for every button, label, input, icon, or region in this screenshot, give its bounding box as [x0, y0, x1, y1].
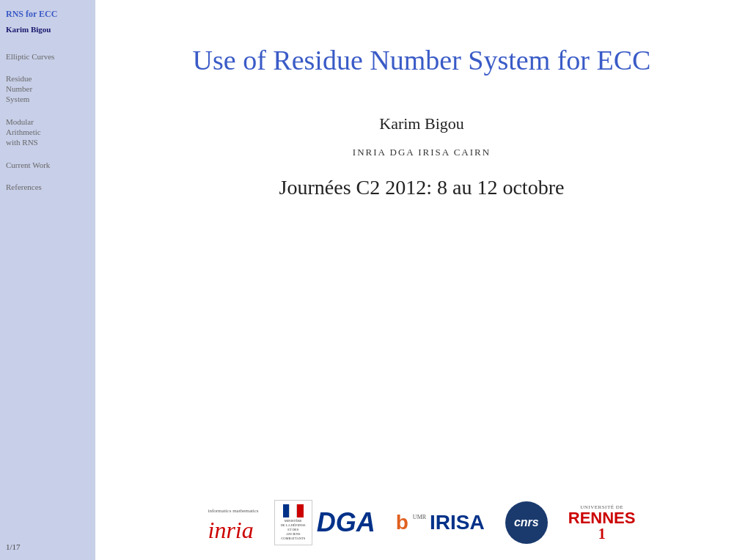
flag-white [289, 504, 297, 517]
irisa-b-icon: b [396, 511, 408, 534]
logo-ministry: MINISTÈREDE LA DÉFENSEET DESANCIENS COMB… [274, 500, 312, 545]
logo-inria: informatics mathematics inria [208, 509, 254, 537]
page-number: 1/17 [6, 542, 21, 551]
rennes-number: 1 [598, 526, 606, 541]
sidebar-item-references[interactable]: References [6, 182, 89, 192]
logo-cnrs: cnrs [505, 501, 548, 544]
affiliation: INRIA DGA IRISA CAIRN [353, 147, 491, 158]
rennes-label: RENNES [568, 510, 636, 526]
logo-dga-group: MINISTÈREDE LA DÉFENSEET DESANCIENS COMB… [274, 500, 375, 545]
cnrs-text: cnrs [514, 516, 539, 529]
sidebar-title[interactable]: RNS for ECC [6, 9, 89, 21]
dga-text: DGA [317, 507, 375, 538]
logo-irisa: b UMR IRISA [396, 511, 485, 534]
logos-row: informatics mathematics inria MINISTÈRED… [139, 500, 704, 545]
flag-blue [283, 504, 290, 517]
sidebar-item-residue-number-system[interactable]: ResidueNumberSystem [6, 73, 89, 105]
main-content: Use of Residue Number System for ECC Kar… [95, 0, 748, 560]
author-name: Karim Bigou [379, 114, 464, 133]
sidebar-author: Karim Bigou [6, 25, 89, 34]
slide-title: Use of Residue Number System for ECC [193, 44, 651, 78]
sidebar-item-current-work[interactable]: Current Work [6, 160, 89, 170]
sidebar-nav: Elliptic Curves ResidueNumberSystem Modu… [6, 51, 89, 551]
flag-red [297, 504, 304, 517]
event: Journées C2 2012: 8 au 12 octobre [279, 176, 565, 199]
irisa-label: IRISA [430, 511, 485, 534]
sidebar-item-modular-arithmetic[interactable]: ModularArithmeticwith RNS [6, 117, 89, 148]
ministry-flag [283, 504, 304, 517]
sidebar-item-elliptic-curves[interactable]: Elliptic Curves [6, 51, 89, 62]
inria-logo-text: informatics mathematics inria [208, 509, 254, 537]
cnrs-circle: cnrs [505, 501, 548, 544]
sidebar: RNS for ECC Karim Bigou Elliptic Curves … [0, 0, 95, 560]
logo-rennes: UNIVERSITÉ DE RENNES 1 [568, 504, 636, 541]
irisa-umr: UMR [413, 514, 426, 520]
ministry-text: MINISTÈREDE LA DÉFENSEET DESANCIENS COMB… [276, 519, 310, 540]
